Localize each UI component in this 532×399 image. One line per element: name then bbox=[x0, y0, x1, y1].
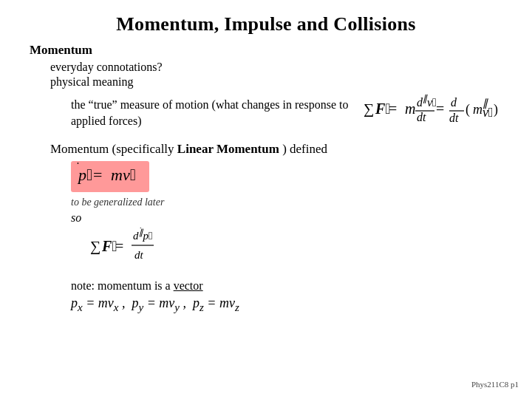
svg-text:m: m bbox=[473, 102, 482, 117]
note-text: note: momentum is a bbox=[71, 279, 174, 292]
highlighted-formula: p⃗ ̇ = mv⃗ bbox=[71, 161, 149, 192]
momentum-defined-suffix: ) defined bbox=[282, 142, 327, 156]
page-title: Momentum, Impulse and Collisions bbox=[30, 13, 502, 35]
note-line: note: momentum is a vector bbox=[71, 279, 502, 293]
svg-text:=: = bbox=[115, 238, 123, 254]
svg-text:̇: ̇ bbox=[77, 163, 79, 165]
svg-text:=: = bbox=[436, 100, 444, 117]
definition-text: the “true” measure of motion (what chang… bbox=[71, 97, 349, 130]
svg-text:(: ( bbox=[466, 102, 470, 117]
vector-components-line: px = mvx , py = mvy , pz = mvz bbox=[71, 296, 502, 314]
generalized-note: to be generalized later bbox=[71, 197, 502, 208]
svg-text:d‖p⃗: d‖p⃗ bbox=[133, 228, 152, 242]
svg-text:d: d bbox=[451, 96, 457, 109]
momentum-defined-text: Momentum (specifically bbox=[50, 142, 174, 156]
momentum-defined-bold: Linear Momentum bbox=[177, 142, 279, 156]
so-label: so bbox=[71, 211, 502, 225]
svg-text:p⃗: p⃗ bbox=[77, 166, 92, 184]
vector-label: vector bbox=[174, 279, 203, 292]
svg-text:v⃗: v⃗ bbox=[482, 105, 494, 120]
svg-text:∑: ∑ bbox=[364, 100, 374, 117]
svg-text:m: m bbox=[405, 100, 415, 117]
svg-text:dt: dt bbox=[134, 249, 144, 261]
momentum-defined-line: Momentum (specifically Linear Momentum )… bbox=[50, 142, 502, 157]
svg-text:dt: dt bbox=[417, 111, 426, 123]
svg-text:): ) bbox=[494, 102, 498, 117]
svg-text:=: = bbox=[389, 100, 397, 117]
svg-text:=: = bbox=[93, 166, 102, 184]
svg-text:dt: dt bbox=[449, 112, 459, 124]
list-item: everyday connotations? bbox=[50, 61, 502, 74]
svg-text:d‖v⃗: d‖v⃗ bbox=[417, 93, 437, 109]
definition-row: the “true” measure of motion (what chang… bbox=[71, 90, 502, 136]
page: Momentum, Impulse and Collisions Momentu… bbox=[0, 0, 532, 399]
list-item: physical meaning bbox=[50, 75, 502, 89]
section-header: Momentum bbox=[30, 43, 502, 58]
svg-text:mv⃗: mv⃗ bbox=[111, 166, 136, 184]
dp-dt-formula: ∑ F⃗ = d‖p⃗ ̇ dt bbox=[89, 226, 502, 273]
newton-formula: ∑ F⃗ = m d‖v⃗ dt = d dt ( m ‖ v⃗ ) bbox=[362, 90, 502, 136]
phys-ref: Phys211C8 p1 bbox=[471, 380, 519, 389]
svg-text:∑: ∑ bbox=[90, 238, 100, 255]
